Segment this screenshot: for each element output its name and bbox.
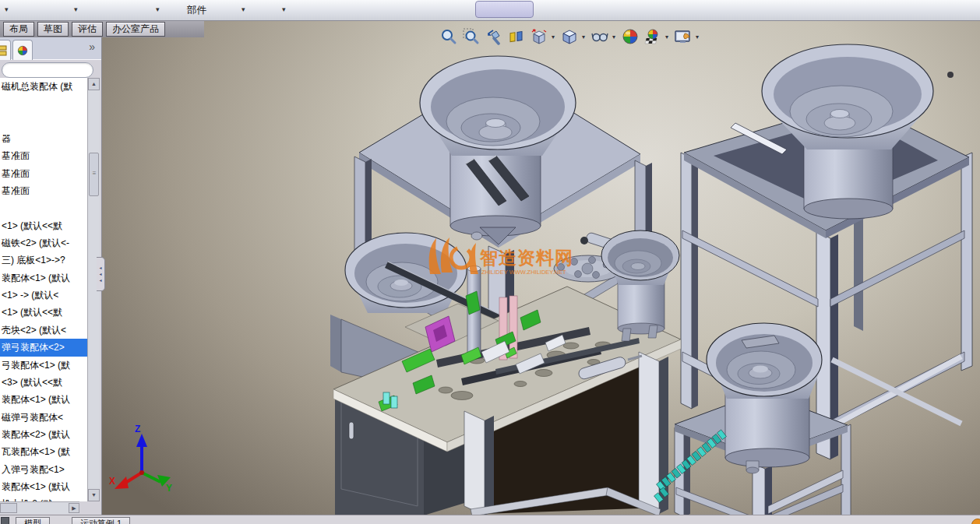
tree-item[interactable]: 装配体<1> (默认 (0, 391, 87, 408)
model-tab[interactable]: 模型 (16, 517, 50, 524)
horizontal-scroll-thumb[interactable] (0, 503, 17, 513)
tree-item[interactable]: <1> -> (默认< (0, 287, 87, 304)
tree-item[interactable]: <1> (默认<<默 (0, 217, 87, 234)
panel-tab-strip: » (0, 37, 101, 60)
splitter-arrow: ◂ (99, 265, 101, 271)
tree-item[interactable]: 装配体<1> (默认 (0, 269, 87, 287)
tree-item[interactable]: 弓装配体<1> (默 (0, 357, 87, 374)
tab-evaluate[interactable]: 评估 (72, 22, 103, 37)
tree-item[interactable]: 器 (0, 130, 87, 147)
splitter-arrow: ◂ (99, 271, 101, 277)
triad-z-label: Z (135, 424, 140, 434)
previous-view-icon[interactable] (484, 26, 504, 47)
vertical-scroll-thumb[interactable]: ≡ (89, 153, 99, 196)
tree-item[interactable]: 装配体<1> (默认 (0, 478, 87, 495)
tab-sketch[interactable]: 草图 (37, 22, 69, 37)
tab-office-products[interactable]: 办公室产品 (106, 22, 165, 37)
edit-appearance-icon[interactable] (620, 26, 640, 47)
view-orientation-icon[interactable] (529, 26, 549, 47)
hide-show-items-dropdown[interactable]: ▾ (612, 33, 618, 40)
tree-item[interactable]: 磁铁<2> (默认<- (0, 234, 87, 251)
scroll-down-button[interactable]: ▼ (88, 489, 100, 501)
triad-y-label: Y (166, 483, 172, 494)
watermark-subtext: ZHILIDEY WWW.ZHILIDEY.NET (481, 269, 566, 276)
section-view-icon[interactable] (506, 26, 527, 47)
tree-item[interactable]: <3> (默认<<默 (0, 374, 87, 391)
display-style-icon[interactable] (559, 26, 580, 47)
motion-study-tab[interactable]: 运动算例 1 (72, 517, 130, 524)
splitter-arrow: ◂ (99, 277, 101, 283)
tree-item[interactable]: 壳块<2> (默认< (0, 322, 87, 339)
view-orientation-dropdown[interactable]: ▾ (552, 33, 557, 40)
watermark-text: 智造资料网 (479, 248, 573, 268)
tree-item[interactable]: 三) 底板<1>->? (0, 251, 87, 269)
tree-item[interactable] (0, 199, 87, 216)
zoom-to-fit-icon[interactable] (439, 26, 459, 47)
tree-item[interactable]: 机上机 2 (默 (0, 495, 87, 501)
orientation-triad: Z X Y (109, 424, 172, 494)
component-menu-label[interactable]: 部件 (187, 4, 206, 17)
study-tab-bar: 模型 运动算例 1 (0, 515, 980, 524)
tree-item[interactable]: 基准面 (0, 147, 87, 164)
tree-item-selected[interactable]: 弹弓装配体<2> (0, 339, 87, 356)
scroll-right-button[interactable]: ▶ (69, 503, 79, 513)
tree-item[interactable]: 基准面 (0, 165, 87, 182)
toolbar-dropdown-5[interactable]: ▾ (282, 5, 286, 13)
zoom-to-area-icon[interactable] (461, 26, 481, 47)
tree-horizontal-scrollbar[interactable]: ▶ (0, 501, 79, 514)
toolbar-dropdown-3[interactable]: ▾ (156, 5, 160, 13)
commandmanager-tabs: 布局 草图 评估 办公室产品 (0, 20, 204, 37)
tree-item[interactable]: 基准面 (0, 182, 87, 199)
panel-splitter-handle[interactable]: ◂ ◂ ◂ (97, 257, 105, 291)
apply-scene-dropdown[interactable]: ▾ (665, 33, 671, 40)
tree-item[interactable]: <1> (默认<<默 (0, 304, 87, 321)
panel-overflow-chevron[interactable]: » (89, 40, 95, 53)
tree-item[interactable]: 瓦装配体<1> (默 (0, 443, 87, 460)
feature-tree-filter-input[interactable] (2, 62, 93, 78)
tree-item[interactable] (0, 95, 87, 112)
tree-item[interactable]: 磁机总装配体 (默 (0, 78, 87, 95)
solidworks-window: { "menubar": { "component_label": "部件", … (0, 0, 980, 524)
view-settings-dropdown[interactable]: ▾ (696, 33, 701, 40)
triad-x-label: X (109, 476, 115, 487)
view-settings-icon[interactable] (673, 26, 693, 47)
active-flyout-button[interactable] (475, 1, 534, 18)
viewport-3d[interactable]: 智造资料网 ZHILIDEY WWW.ZHILIDEY.NET Z X Y (0, 20, 980, 515)
feature-manager-panel: » 磁机总装配体 (默 器 基准面 基准面 基准面 <1> (默认<<默 磁铁<… (0, 37, 102, 516)
tree-item[interactable] (0, 113, 87, 130)
tree-item[interactable]: 磁弹弓装配体< (0, 409, 87, 426)
tree-item[interactable]: 装配体<2> (默认 (0, 426, 87, 443)
display-style-dropdown[interactable]: ▾ (582, 33, 587, 40)
tab-layout[interactable]: 布局 (3, 22, 34, 37)
toolbar-dropdown-1[interactable]: ▾ (5, 5, 9, 13)
hide-show-items-icon[interactable] (590, 26, 610, 47)
apply-scene-icon[interactable] (643, 26, 663, 47)
tree-item[interactable]: 入弹弓装配<1> (0, 461, 87, 478)
feature-tree: 磁机总装配体 (默 器 基准面 基准面 基准面 <1> (默认<<默 磁铁<2>… (0, 78, 87, 501)
scroll-up-button[interactable]: ▲ (88, 78, 100, 90)
study-bar-icon[interactable] (1, 517, 9, 524)
feature-tree-icon (0, 45, 7, 56)
feature-tree-tab[interactable] (0, 40, 11, 60)
toolbar-dropdown-4[interactable]: ▾ (241, 5, 245, 13)
heads-up-toolbar: ▾ ▾ ▾ ▾ ▾ (439, 26, 701, 47)
appearance-sphere-icon (17, 45, 28, 56)
display-manager-tab[interactable] (12, 40, 33, 60)
menubar: ▾ ▾ ▾ 部件 ▾ ▾ (0, 0, 980, 21)
graphics-area[interactable]: 智造资料网 ZHILIDEY WWW.ZHILIDEY.NET Z X Y (0, 20, 980, 515)
toolbar-dropdown-2[interactable]: ▾ (74, 5, 78, 13)
